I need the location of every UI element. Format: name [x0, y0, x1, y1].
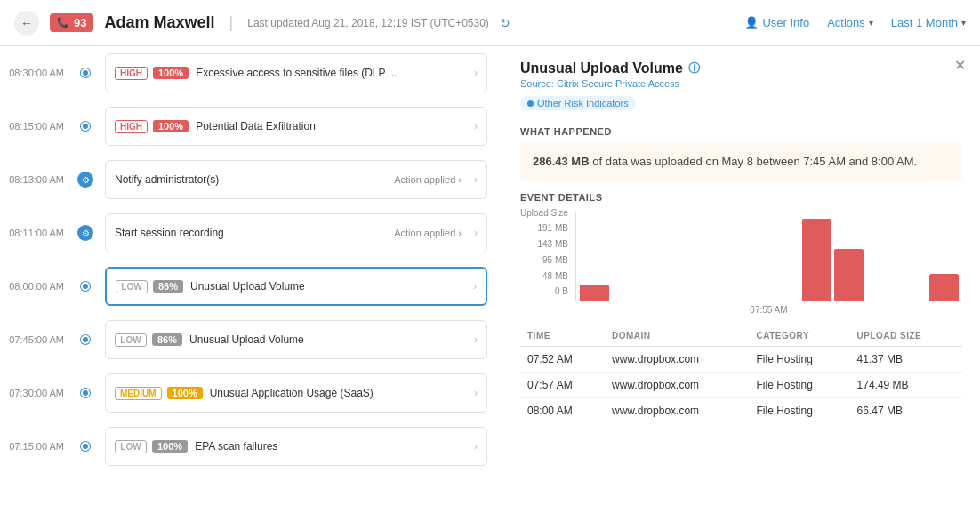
- chevron-right-icon: ›: [466, 280, 477, 293]
- user-info-button[interactable]: 👤 User Info: [744, 16, 809, 29]
- event-title: Unusual Upload Volume: [190, 280, 466, 293]
- score-badge: 100%: [152, 440, 188, 453]
- risk-tag: Other Risk Indicators: [520, 96, 962, 119]
- table-cell: File Hosting: [750, 397, 850, 423]
- table-cell: 174.49 MB: [850, 372, 962, 397]
- gear-dot: ⚙: [77, 172, 93, 188]
- event-card[interactable]: Notify administrator(s) Action applied ›…: [105, 160, 487, 199]
- chevron-right-icon: ›: [467, 440, 478, 453]
- y-label-5: 0 B: [555, 286, 568, 296]
- table-cell: File Hosting: [750, 346, 850, 372]
- dot-area: [73, 389, 98, 397]
- event-card[interactable]: LOW 100% EPA scan failures ›: [105, 427, 487, 466]
- upload-size-highlight: 286.43 MB: [533, 155, 590, 168]
- y-label-2: 143 MB: [537, 239, 567, 249]
- alert-badge[interactable]: 📞 93: [50, 13, 93, 32]
- chart-x-label: 07:55 AM: [575, 305, 962, 315]
- event-card[interactable]: LOW 86% Unusual Upload Volume ›: [105, 320, 487, 359]
- header-actions: 👤 User Info Actions ▾ Last 1 Month ▾: [744, 16, 966, 29]
- actions-chevron-icon: ▾: [869, 18, 873, 28]
- chevron-right-icon: ›: [467, 173, 478, 186]
- dot-area: ⚙: [73, 225, 98, 241]
- user-name: Adam Maxwell: [104, 13, 214, 32]
- info-icon[interactable]: ⓘ: [688, 60, 700, 76]
- tag-dot: [527, 100, 534, 107]
- timeline-dot: [81, 68, 90, 77]
- table-row: 07:52 AMwww.dropbox.comFile Hosting41.37…: [520, 346, 962, 372]
- table-header-row: TIME DOMAIN CATEGORY UPLOAD SIZE: [520, 325, 962, 347]
- event-card[interactable]: HIGH 100% Excessive access to sensitive …: [105, 53, 487, 92]
- col-time: TIME: [520, 325, 605, 347]
- col-upload-size: UPLOAD SIZE: [850, 325, 962, 347]
- severity-badge: MEDIUM: [115, 387, 162, 400]
- timeline-item: 08:30:00 AM HIGH 100% Excessive access t…: [0, 46, 502, 100]
- y-label-title: Upload Size: [520, 208, 568, 218]
- detail-title-text: Unusual Upload Volume: [520, 60, 683, 76]
- user-info-label: User Info: [762, 16, 809, 29]
- score-badge: 100%: [167, 387, 203, 399]
- event-details-label: EVENT DETAILS: [520, 192, 962, 203]
- actions-button[interactable]: Actions ▾: [827, 16, 873, 29]
- event-card[interactable]: MEDIUM 100% Unusual Application Usage (S…: [105, 373, 487, 413]
- event-card[interactable]: LOW 86% Unusual Upload Volume ›: [105, 267, 487, 306]
- table-cell: 08:00 AM: [520, 397, 605, 423]
- time-label: 07:30:00 AM: [0, 388, 73, 398]
- timeline-item: 08:15:00 AM HIGH 100% Potential Data Exf…: [0, 100, 502, 153]
- timeline-item: 08:13:00 AM ⚙ Notify administrator(s) Ac…: [0, 153, 502, 206]
- timeline-dot: [81, 389, 90, 397]
- chevron-right-icon: ›: [467, 387, 478, 399]
- col-category: CATEGORY: [750, 325, 850, 347]
- table-body: 07:52 AMwww.dropbox.comFile Hosting41.37…: [520, 346, 962, 423]
- y-label-1: 191 MB: [537, 223, 567, 233]
- table-cell: 66.47 MB: [850, 397, 962, 423]
- table-row: 08:00 AMwww.dropbox.comFile Hosting66.47…: [520, 397, 962, 423]
- action-applied: Action applied ›: [394, 228, 462, 238]
- score-badge: 100%: [153, 67, 189, 79]
- refresh-icon[interactable]: ↻: [500, 16, 510, 30]
- dot-area: ⚙: [73, 172, 98, 188]
- dot-area: [73, 282, 98, 291]
- what-happened-text: of data was uploaded on May 8 between 7:…: [590, 155, 918, 168]
- event-title: Excessive access to sensitive files (DLP…: [196, 67, 467, 79]
- back-button[interactable]: ←: [14, 11, 39, 36]
- chevron-right-icon: ›: [467, 227, 478, 239]
- time-label: 08:13:00 AM: [0, 174, 73, 185]
- action-applied: Action applied ›: [394, 174, 462, 185]
- event-title: EPA scan failures: [195, 440, 467, 453]
- time-label: 07:15:00 AM: [0, 441, 73, 452]
- last-period-button[interactable]: Last 1 Month ▾: [891, 16, 966, 29]
- table-cell: www.dropbox.com: [605, 346, 749, 372]
- score-badge: 86%: [152, 333, 182, 346]
- col-domain: DOMAIN: [605, 325, 749, 347]
- header: ← 📞 93 Adam Maxwell | Last updated Aug 2…: [0, 0, 980, 46]
- event-title: Unusual Application Usage (SaaS): [210, 387, 467, 399]
- chart-bars: [575, 212, 962, 301]
- timeline-panel: 08:30:00 AM HIGH 100% Excessive access t…: [0, 46, 502, 505]
- timeline-item: 07:30:00 AM MEDIUM 100% Unusual Applicat…: [0, 366, 502, 420]
- table-cell: www.dropbox.com: [605, 397, 749, 423]
- event-card[interactable]: Start session recording Action applied ›…: [105, 213, 487, 252]
- chart-bar: [834, 249, 864, 301]
- table-cell: www.dropbox.com: [605, 372, 749, 397]
- timeline-container: 08:30:00 AM HIGH 100% Excessive access t…: [0, 46, 502, 473]
- main-content: 08:30:00 AM HIGH 100% Excessive access t…: [0, 46, 980, 505]
- event-card[interactable]: HIGH 100% Potential Data Exfiltration ›: [105, 107, 487, 146]
- event-title: Notify administrator(s): [115, 173, 394, 186]
- chevron-right-icon: ›: [467, 67, 478, 79]
- chart-area: Upload Size 191 MB 143 MB 95 MB 48 MB 0 …: [520, 208, 962, 315]
- table-cell: 07:57 AM: [520, 372, 605, 397]
- score-badge: 86%: [153, 280, 183, 293]
- close-button[interactable]: ✕: [954, 57, 966, 74]
- chart-bar: [580, 285, 609, 301]
- what-happened-box: 286.43 MB of data was uploaded on May 8 …: [520, 142, 962, 181]
- score-badge: 100%: [153, 120, 189, 132]
- table-header: TIME DOMAIN CATEGORY UPLOAD SIZE: [520, 325, 962, 347]
- severity-badge: HIGH: [115, 67, 148, 80]
- timeline-dot: [81, 122, 90, 131]
- table-cell: File Hosting: [750, 372, 850, 397]
- user-icon: 👤: [744, 16, 759, 29]
- timeline-item: 07:45:00 AM LOW 86% Unusual Upload Volum…: [0, 313, 502, 366]
- event-title: Potential Data Exfiltration: [196, 120, 467, 132]
- detail-title: Unusual Upload Volume ⓘ: [520, 60, 962, 76]
- chart-bar: [929, 274, 959, 301]
